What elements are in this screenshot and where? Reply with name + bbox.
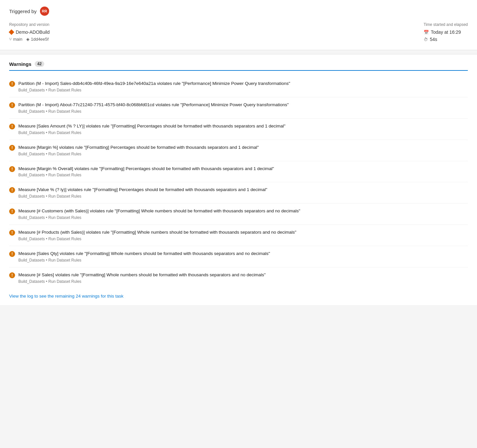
warning-content: Measure [# Sales] violates rule "[Format… <box>18 272 468 284</box>
avatar: RR <box>40 7 49 16</box>
warning-content: Measure [Margin %] violates rule "[Forma… <box>18 145 468 156</box>
warning-meta: Build_Datasets • Run Dataset Rules <box>18 215 468 220</box>
elapsed-row: ⏱ 54s <box>424 37 468 42</box>
start-time-text: Today at 16:29 <box>431 29 461 35</box>
warning-text: Measure [# Products (with Sales)] violat… <box>18 229 468 236</box>
warning-text: Partition (M - Import) About-77c21240-77… <box>18 102 468 108</box>
time-section-label: Time started and elapsed <box>424 22 468 27</box>
warning-item: !Measure [Value % (? ly)] violates rule … <box>9 182 468 204</box>
warning-exclamation-icon: ! <box>9 187 15 193</box>
warnings-header: Warnings 42 <box>9 61 468 71</box>
warning-meta: Build_Datasets • Run Dataset Rules <box>18 152 468 156</box>
warning-meta: Build_Datasets • Run Dataset Rules <box>18 88 468 92</box>
warning-meta: Build_Datasets • Run Dataset Rules <box>18 109 468 114</box>
view-log-link[interactable]: View the log to see the remaining 24 war… <box>9 294 124 299</box>
warning-text: Measure [# Customers (with Sales)] viola… <box>18 208 468 214</box>
warning-exclamation-icon: ! <box>9 166 15 172</box>
branch-icon: ⑂ <box>9 37 12 42</box>
warning-meta: Build_Datasets • Run Dataset Rules <box>18 173 468 177</box>
warning-meta: Build_Datasets • Run Dataset Rules <box>18 194 468 199</box>
warning-item: !Partition (M - Import) About-77c21240-7… <box>9 97 468 119</box>
warnings-card: Warnings 42 !Partition (M - Import) Sale… <box>0 54 477 305</box>
warnings-count-badge: 42 <box>35 61 44 67</box>
branch-item: ⑂ main <box>9 37 22 42</box>
warning-item: !Measure [# Products (with Sales)] viola… <box>9 225 468 246</box>
warning-content: Partition (M - Import) About-77c21240-77… <box>18 102 468 114</box>
warning-meta: Build_Datasets • Run Dataset Rules <box>18 130 468 135</box>
warning-content: Measure [# Products (with Sales)] violat… <box>18 229 468 241</box>
warning-content: Partition (M - Import) Sales-ddb4c40b-46… <box>18 81 468 92</box>
warning-content: Measure [Margin % Overall] violates rule… <box>18 166 468 178</box>
triggered-row: Triggered by RR <box>9 7 468 16</box>
repo-section: Repository and version Demo-ADOBuild ⑂ m… <box>9 22 49 42</box>
warning-text: Measure [Sales Amount (% ? LY)] violates… <box>18 123 468 129</box>
triggered-label: Triggered by <box>9 9 37 14</box>
warning-exclamation-icon: ! <box>9 272 15 278</box>
warning-text: Partition (M - Import) Sales-ddb4c40b-46… <box>18 81 468 87</box>
warning-exclamation-icon: ! <box>9 81 15 87</box>
warning-exclamation-icon: ! <box>9 230 15 236</box>
repo-icon <box>9 30 14 34</box>
warning-text: Measure [Value % (? ly)] violates rule "… <box>18 187 468 193</box>
warning-item: !Measure [Sales Amount (% ? LY)] violate… <box>9 119 468 140</box>
meta-row: Repository and version Demo-ADOBuild ⑂ m… <box>9 22 468 42</box>
warning-text: Measure [Sales Qty] violates rule "[Form… <box>18 251 468 257</box>
repo-name-row: Demo-ADOBuild <box>9 29 49 35</box>
time-section: Time started and elapsed 📅 Today at 16:2… <box>424 22 468 42</box>
time-row: 📅 Today at 16:29 <box>424 29 468 35</box>
warning-exclamation-icon: ! <box>9 208 15 214</box>
elapsed-text: 54s <box>430 37 437 42</box>
warning-exclamation-icon: ! <box>9 124 15 129</box>
warning-content: Measure [# Customers (with Sales)] viola… <box>18 208 468 220</box>
diamond-icon <box>9 29 14 35</box>
commit-item: ◈ 1dd4ee5f <box>26 37 48 42</box>
warning-exclamation-icon: ! <box>9 145 15 151</box>
branch-text: main <box>13 37 22 42</box>
warning-item: !Measure [# Sales] violates rule "[Forma… <box>9 267 468 288</box>
warning-text: Measure [Margin % Overall] violates rule… <box>18 166 468 172</box>
warning-item: !Measure [Margin % Overall] violates rul… <box>9 161 468 183</box>
warning-text: Measure [Margin %] violates rule "[Forma… <box>18 145 468 151</box>
warning-exclamation-icon: ! <box>9 102 15 108</box>
warning-content: Measure [Value % (? ly)] violates rule "… <box>18 187 468 199</box>
warning-meta: Build_Datasets • Run Dataset Rules <box>18 279 468 284</box>
repo-name-text: Demo-ADOBuild <box>16 29 49 35</box>
warning-text: Measure [# Sales] violates rule "[Format… <box>18 272 468 278</box>
warning-exclamation-icon: ! <box>9 251 15 257</box>
warning-item: !Measure [Sales Qty] violates rule "[For… <box>9 246 468 267</box>
warnings-title: Warnings <box>9 61 31 67</box>
top-card: Triggered by RR Repository and version D… <box>0 0 477 50</box>
clock-icon: ⏱ <box>424 37 428 42</box>
warning-meta: Build_Datasets • Run Dataset Rules <box>18 237 468 241</box>
commit-text: 1dd4ee5f <box>31 37 48 42</box>
warning-item: !Measure [Margin %] violates rule "[Form… <box>9 140 468 161</box>
warning-item: !Measure [# Customers (with Sales)] viol… <box>9 204 468 225</box>
repo-section-label: Repository and version <box>9 22 49 27</box>
warning-content: Measure [Sales Qty] violates rule "[Form… <box>18 251 468 263</box>
branch-commit: ⑂ main ◈ 1dd4ee5f <box>9 37 49 42</box>
calendar-icon: 📅 <box>424 30 429 35</box>
warning-item: !Partition (M - Import) Sales-ddb4c40b-4… <box>9 76 468 97</box>
commit-icon: ◈ <box>26 37 29 42</box>
warning-content: Measure [Sales Amount (% ? LY)] violates… <box>18 123 468 135</box>
warning-list: !Partition (M - Import) Sales-ddb4c40b-4… <box>9 76 468 288</box>
warning-meta: Build_Datasets • Run Dataset Rules <box>18 258 468 263</box>
